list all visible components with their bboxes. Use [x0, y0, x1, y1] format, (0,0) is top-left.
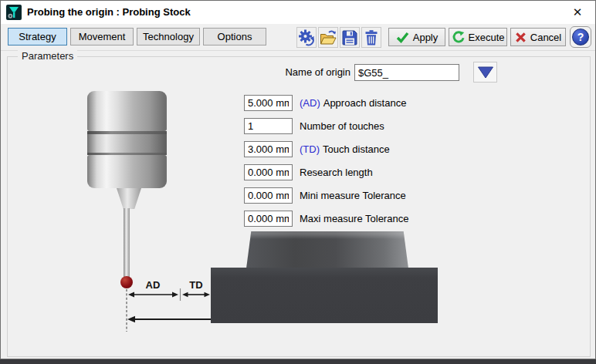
help-icon: ? — [572, 29, 589, 46]
research-length-label: Research length — [300, 167, 373, 178]
mini-measure-tolerance-input[interactable] — [244, 187, 293, 204]
execute-refresh-icon — [452, 31, 465, 44]
field-row-maxi-measure-tolerance: Maxi measure Tolerance — [244, 211, 408, 227]
touch-distance-code: (TD) — [300, 143, 320, 155]
approach-distance-input[interactable] — [244, 95, 293, 111]
touch-distance-label: Touch distance — [323, 143, 390, 155]
stock-base — [211, 268, 438, 323]
number-of-touches-input[interactable] — [244, 118, 293, 134]
maxi-measure-tolerance-label: Maxi measure Tolerance — [300, 213, 408, 224]
cancel-label: Cancel — [530, 32, 561, 43]
name-of-origin-label: Name of origin — [277, 64, 350, 81]
probe-lower-body — [87, 155, 167, 188]
approach-distance-label: Approach distance — [323, 97, 407, 109]
open-button[interactable] — [318, 27, 338, 48]
probe-cone — [113, 188, 144, 209]
probing-dialog: Probing the origin : Probing Stock ✕ Str… — [0, 0, 596, 359]
ad-dimension-label: AD — [146, 279, 161, 291]
research-length-input[interactable] — [244, 164, 293, 180]
toolbar: Strategy Movement Technology Options — [1, 24, 595, 51]
execute-label: Execute — [469, 32, 505, 43]
origin-dropdown-button[interactable] — [473, 62, 497, 83]
title-bar: Probing the origin : Probing Stock ✕ — [1, 1, 595, 24]
dropdown-triangle-icon — [477, 66, 494, 79]
tab-options-label: Options — [218, 31, 252, 42]
screen: Probing the origin : Probing Stock ✕ Str… — [0, 0, 596, 364]
settings-button[interactable] — [296, 27, 317, 48]
trash-icon — [362, 29, 381, 47]
name-of-origin-input[interactable] — [354, 64, 459, 81]
delete-button[interactable] — [361, 27, 381, 48]
probe-app-icon — [6, 5, 22, 20]
approach-distance-code: (AD) — [300, 97, 320, 109]
tab-options[interactable]: Options — [203, 28, 266, 46]
open-folder-icon — [319, 29, 337, 47]
probe-stylus — [124, 208, 130, 280]
cancel-x-icon — [515, 32, 527, 43]
dialog-title: Probing the origin : Probing Stock — [27, 1, 191, 24]
tab-movement[interactable]: Movement — [70, 28, 134, 46]
touch-distance-input[interactable] — [244, 141, 293, 157]
field-row-research-length: Research length — [244, 164, 373, 180]
dimension-lines: AD TD — [120, 275, 222, 335]
apply-check-icon — [396, 32, 409, 43]
probe-mid-section — [87, 134, 167, 153]
field-row-touch-distance: (TD) Touch distance — [244, 141, 390, 157]
td-dimension-label: TD — [189, 279, 202, 291]
field-row-number-of-touches: Number of touches — [244, 118, 384, 134]
gear-refresh-icon — [297, 29, 316, 47]
parameters-group: Parameters Name of origin (AD) Approach … — [7, 56, 591, 357]
number-of-touches-label: Number of touches — [300, 120, 384, 132]
tab-strategy[interactable]: Strategy — [8, 28, 67, 46]
probe-cap — [87, 91, 167, 131]
parameters-group-label: Parameters — [18, 50, 77, 62]
execute-button[interactable]: Execute — [449, 28, 507, 46]
tab-strategy-label: Strategy — [19, 31, 56, 42]
tab-technology[interactable]: Technology — [137, 28, 200, 46]
apply-button[interactable]: Apply — [388, 28, 445, 46]
help-button[interactable]: ? — [570, 26, 591, 48]
maxi-measure-tolerance-input[interactable] — [244, 211, 293, 227]
cancel-button[interactable]: Cancel — [510, 28, 566, 46]
field-row-approach-distance: (AD) Approach distance — [244, 95, 406, 111]
field-row-mini-measure-tolerance: Mini measure Tolerance — [244, 187, 406, 204]
tab-movement-label: Movement — [79, 31, 126, 42]
save-button[interactable] — [340, 27, 360, 48]
tab-technology-label: Technology — [143, 31, 194, 42]
mini-measure-tolerance-label: Mini measure Tolerance — [300, 190, 406, 201]
apply-label: Apply — [413, 32, 439, 43]
stock-boss — [246, 231, 408, 268]
save-icon — [340, 29, 359, 47]
close-icon[interactable]: ✕ — [567, 4, 588, 21]
